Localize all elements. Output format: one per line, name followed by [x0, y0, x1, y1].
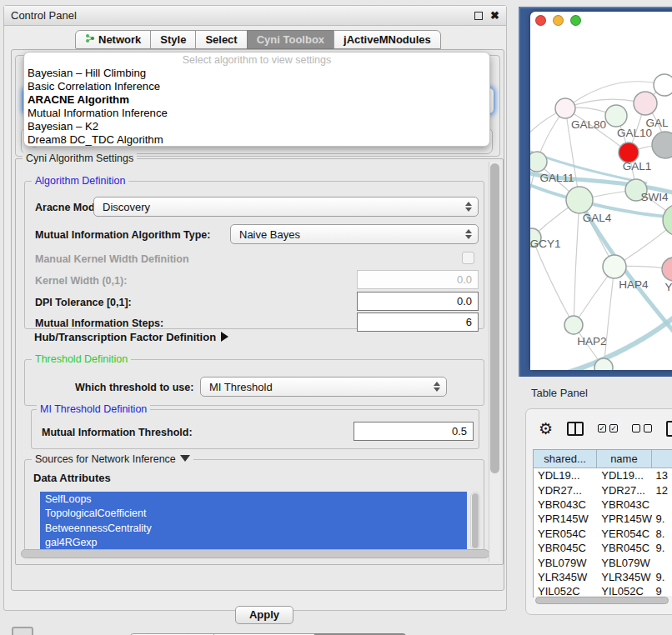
- network-node-hap2[interactable]: [564, 316, 583, 334]
- table-cell: 8.: [652, 527, 672, 541]
- network-node[interactable]: [652, 132, 672, 158]
- algorithm-option[interactable]: ARACNE Algorithm: [24, 93, 489, 107]
- float-window-icon[interactable]: [474, 12, 483, 20]
- minimize-window-icon[interactable]: [553, 15, 564, 26]
- threshold-definition-group: Threshold Definition Which threshold to …: [24, 359, 484, 406]
- control-panel-tabbar: NetworkStyleSelectCyni ToolboxjActiveMNo…: [76, 30, 441, 49]
- network-node-gal80[interactable]: [555, 98, 575, 118]
- network-node-gal4[interactable]: [566, 187, 593, 213]
- tab-cyni-toolbox[interactable]: Cyni Toolbox: [247, 30, 334, 49]
- table-cell: YER054C: [534, 527, 597, 541]
- tab-select[interactable]: Select: [195, 30, 247, 49]
- network-node-y[interactable]: [662, 258, 672, 281]
- table-horizontal-scrollbar[interactable]: [534, 596, 672, 606]
- column-header-name[interactable]: name: [597, 450, 651, 468]
- tab-label: Network: [98, 33, 141, 46]
- table-cell: YBR043C: [597, 498, 651, 512]
- table-cell: YER054C: [597, 527, 651, 541]
- network-node-gal[interactable]: [634, 92, 657, 115]
- combo-arrows-icon: [434, 382, 440, 392]
- close-window-icon[interactable]: [535, 15, 546, 26]
- sources-group: Sources for Network Inference Data Attri…: [24, 459, 484, 551]
- table-cell: 13: [652, 468, 672, 482]
- columns-icon[interactable]: [567, 422, 584, 436]
- table-row[interactable]: YDR27...YDR27...12: [534, 482, 672, 497]
- attribute-item[interactable]: SelfLoops: [40, 492, 467, 507]
- tab-style[interactable]: Style: [150, 30, 196, 49]
- close-icon[interactable]: ✖: [490, 12, 499, 20]
- tab-label: Cyni Toolbox: [257, 33, 324, 46]
- attributes-scrollbar[interactable]: [470, 492, 480, 550]
- manual-kernel-checkbox[interactable]: [462, 252, 474, 264]
- attribute-item[interactable]: TopologicalCoefficient: [40, 507, 467, 522]
- export-table-icon[interactable]: [666, 421, 672, 437]
- node-label: SWI4: [640, 191, 668, 203]
- expand-arrow-icon: [221, 332, 228, 342]
- mi-threshold-title: MI Threshold Definition: [37, 403, 150, 415]
- select-all-columns-icon[interactable]: ✓✓: [598, 424, 618, 432]
- table-row[interactable]: YBR045CYBR045C9.: [534, 541, 672, 555]
- table-row[interactable]: YER054CYER054C8.: [534, 527, 672, 541]
- algorithm-option[interactable]: Bayesian – K2: [24, 120, 489, 133]
- which-threshold-value: MI Threshold: [209, 381, 273, 393]
- settings-vertical-scrollbar[interactable]: [489, 162, 500, 562]
- aracne-mode-combobox[interactable]: Discovery: [93, 197, 479, 217]
- settings-horizontal-scrollbar[interactable]: [21, 549, 489, 558]
- network-view-window[interactable]: GALGAL80GAL10GAL11GAL1SWI4GAL4GCY1HAP4YH…: [530, 12, 672, 370]
- network-node-gal11[interactable]: [530, 152, 547, 172]
- hub-definition-toggle[interactable]: Hub/Transcription Factor Definition: [34, 331, 228, 343]
- cyni-toolbox-content: galFiltered.sif default node Select algo…: [11, 49, 504, 591]
- table-cell: 9.: [652, 570, 672, 584]
- algorithm-option[interactable]: Basic Correlation Inference: [24, 80, 489, 93]
- dpi-tolerance-field[interactable]: 0.0: [357, 292, 479, 311]
- algorithm-option[interactable]: Bayesian – Hill Climbing: [24, 67, 489, 80]
- minimized-panel-icon[interactable]: [12, 627, 33, 635]
- network-node-gal10[interactable]: [605, 105, 627, 127]
- network-node-hap4[interactable]: [603, 255, 626, 278]
- table-row[interactable]: YLR345WYLR345W9.: [534, 570, 672, 584]
- network-edge[interactable]: [574, 200, 579, 325]
- table-cell: YPR145W: [534, 512, 597, 526]
- combo-arrows-icon: [465, 202, 472, 212]
- control-panel-titlebar[interactable]: Control Panel ✖: [4, 6, 506, 26]
- column-header-hidden[interactable]: [652, 450, 672, 468]
- network-edge[interactable]: [532, 238, 574, 325]
- table-row[interactable]: YBR043CYBR043C: [534, 498, 672, 512]
- sources-title[interactable]: Sources for Network Inference: [32, 453, 193, 465]
- cyni-algorithm-settings-panel: Cyni Algorithm Settings Algorithm Defini…: [15, 158, 504, 565]
- manual-kernel-label: Manual Kernel Width Definition: [35, 253, 189, 265]
- zoom-window-icon[interactable]: [570, 15, 581, 26]
- mi-threshold-field[interactable]: 0.5: [354, 422, 474, 441]
- tab-network[interactable]: Network: [75, 30, 151, 49]
- table-cell: [652, 498, 672, 512]
- kernel-width-field[interactable]: 0.0: [357, 270, 479, 289]
- column-header-shared...[interactable]: shared...: [534, 450, 597, 468]
- kernel-width-label: Kernel Width (0,1):: [35, 275, 127, 287]
- attribute-item[interactable]: BetweennessCentrality: [40, 521, 467, 536]
- deselect-all-columns-icon[interactable]: [632, 424, 652, 432]
- table-cell: YLR345W: [597, 570, 651, 584]
- which-threshold-combobox[interactable]: MI Threshold: [200, 377, 447, 397]
- table-row[interactable]: YDL19...YDL19...13: [534, 468, 672, 482]
- tab-jactivemnodules[interactable]: jActiveMNodules: [333, 30, 441, 49]
- table-row[interactable]: YBL079WYBL079W: [534, 555, 672, 569]
- table-cell: YBR045C: [534, 541, 597, 555]
- aracne-mode-value: Discovery: [103, 201, 150, 213]
- table-cell: 12: [652, 482, 672, 497]
- tab-label: jActiveMNodules: [344, 33, 431, 46]
- algorithm-option[interactable]: Mutual Information Inference: [24, 107, 489, 120]
- mi-threshold-label: Mutual Information Threshold:: [42, 427, 193, 438]
- apply-button[interactable]: Apply: [235, 606, 293, 624]
- table-row[interactable]: YPR145WYPR145W9.: [534, 512, 672, 526]
- network-node[interactable]: [654, 74, 672, 96]
- mi-type-combobox[interactable]: Naive Bayes: [230, 224, 479, 244]
- node-label: GAL1: [623, 160, 652, 172]
- gear-icon[interactable]: ⚙: [539, 421, 553, 437]
- table-cell: YBR043C: [534, 498, 597, 512]
- mi-threshold-group: MI Threshold Definition Mutual Informati…: [31, 409, 479, 449]
- algorithm-option[interactable]: Dream8 DC_TDC Algorithm: [24, 133, 489, 147]
- table-cell: 9.: [652, 541, 672, 555]
- mi-steps-field[interactable]: 6: [357, 312, 479, 332]
- attribute-item[interactable]: gal4RGexp: [40, 536, 467, 551]
- table-cell: YBR045C: [597, 541, 651, 555]
